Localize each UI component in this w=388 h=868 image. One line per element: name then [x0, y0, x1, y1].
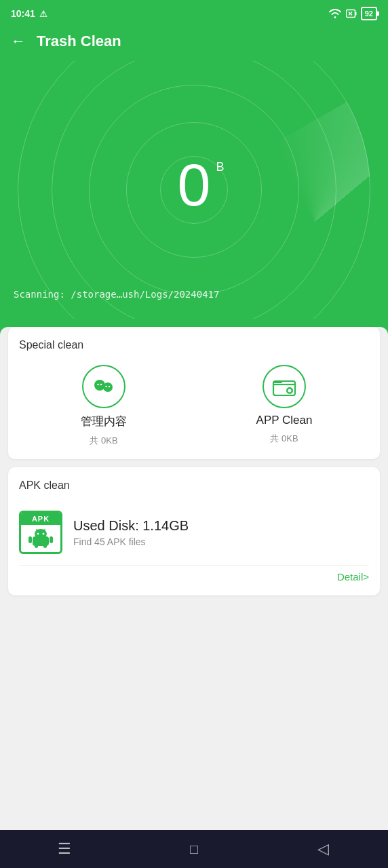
wechat-icon-container	[82, 365, 125, 408]
battery-label: 92	[361, 7, 377, 20]
time-label: 10:41	[11, 8, 35, 19]
scan-number-text: 0	[178, 151, 211, 218]
scan-center: 0 B	[178, 155, 211, 215]
cards-section: Special clean 管理内	[0, 327, 388, 842]
back-button[interactable]: ←	[11, 34, 26, 49]
wechat-item-size: 共 0KB	[90, 435, 117, 447]
scan-unit: B	[216, 161, 224, 173]
special-item-wechat[interactable]: 管理内容 共 0KB	[19, 365, 189, 447]
svg-point-7	[100, 384, 102, 386]
scan-path: Scanning: /storage…ush/Logs/20240417	[0, 289, 388, 300]
wechat-icon	[91, 374, 117, 399]
apk-disk-used: Used Disk: 1.14GB	[73, 518, 369, 534]
android-icon	[28, 528, 53, 548]
status-right: 92	[328, 7, 377, 20]
app-icon-container	[263, 365, 306, 408]
svg-point-15	[37, 533, 39, 535]
svg-point-12	[288, 389, 292, 393]
scan-value: 0 B	[178, 155, 211, 215]
wifi-icon	[328, 9, 342, 18]
svg-rect-21	[35, 545, 38, 548]
menu-icon[interactable]: ☰	[48, 833, 81, 865]
app-clean-icon	[271, 374, 297, 399]
apk-label: APK	[21, 513, 60, 525]
svg-point-6	[97, 384, 99, 386]
svg-rect-19	[28, 536, 32, 543]
bottom-nav: ☰ □ ◁	[0, 830, 388, 868]
battery-x-icon	[346, 9, 357, 18]
svg-rect-22	[43, 545, 47, 548]
warning-icon: ⚠	[39, 9, 47, 19]
apk-icon-container: APK	[19, 511, 62, 554]
special-clean-card: Special clean 管理内	[8, 327, 380, 459]
appclean-item-name: APP Clean	[256, 414, 313, 427]
svg-point-16	[43, 533, 45, 535]
wechat-item-name: 管理内容	[81, 414, 127, 429]
svg-rect-1	[355, 12, 356, 16]
svg-point-8	[105, 386, 106, 387]
apk-item[interactable]: APK	[19, 505, 369, 565]
radar-section: 0 B Scanning: /storage…ush/Logs/20240417	[0, 61, 388, 319]
special-clean-title: Special clean	[19, 339, 369, 351]
special-item-appclean[interactable]: APP Clean 共 0KB	[199, 365, 369, 447]
special-items-container: 管理内容 共 0KB APP Clean 共 0KB	[19, 365, 369, 447]
top-nav: ← Trash Clean	[0, 24, 388, 61]
detail-link[interactable]: Detail>	[337, 571, 369, 583]
status-left: 10:41 ⚠	[11, 8, 47, 19]
page-title: Trash Clean	[37, 33, 121, 50]
card-divider	[19, 565, 369, 566]
card-detail: Detail>	[19, 571, 369, 583]
apk-files-found: Find 45 APK files	[73, 536, 369, 547]
svg-point-9	[109, 386, 110, 387]
apk-info: Used Disk: 1.14GB Find 45 APK files	[73, 518, 369, 547]
svg-point-5	[103, 382, 113, 392]
apk-clean-title: APK clean	[19, 479, 369, 492]
appclean-item-size: 共 0KB	[270, 433, 298, 445]
apk-clean-card: APK clean APK	[8, 467, 380, 595]
svg-rect-20	[50, 536, 53, 543]
apk-icon-inner: APK	[19, 511, 62, 554]
home-icon[interactable]: □	[178, 833, 210, 865]
back-nav-icon[interactable]: ◁	[307, 833, 340, 865]
status-bar: 10:41 ⚠ 92	[0, 0, 388, 24]
